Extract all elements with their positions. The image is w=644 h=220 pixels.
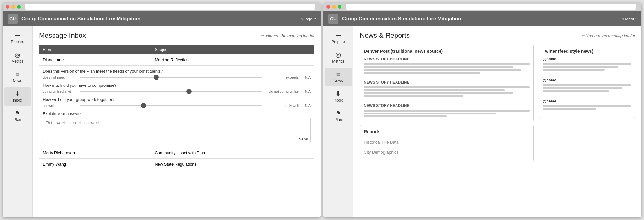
minimize-button[interactable] xyxy=(11,5,15,9)
sidebar-label-inbox-2: Inbox xyxy=(334,98,343,102)
slider-na-3: N/A xyxy=(301,104,311,107)
twitter-panel: Twitter (feed style news) @name xyxy=(539,45,635,161)
slider-group-3: How well did your group work together? n… xyxy=(43,97,311,107)
app-logo-1: CU xyxy=(8,14,18,24)
slider-question-1: Does this version of the Plan meet the n… xyxy=(43,69,311,74)
app-title-1: Group Communication Simulation: Fire Mit… xyxy=(21,16,297,22)
report-link-1[interactable]: Historical Fire Data xyxy=(364,137,530,147)
pencil-icon: ✏ xyxy=(261,33,264,38)
sidebar-item-prepare-1[interactable]: ☰ Prepare xyxy=(4,29,31,47)
sidebar-label-news-1: News xyxy=(13,79,22,83)
slider-track-1[interactable] xyxy=(80,77,262,78)
inbox-table: From Subject Diana Lane Meeting Reflecti… xyxy=(39,45,314,170)
sender-1: Diana Lane xyxy=(39,54,151,66)
news-line xyxy=(543,105,631,107)
logout-button-1[interactable]: ⎋ logout xyxy=(301,17,316,21)
pencil-icon-2: ✏ xyxy=(581,33,585,38)
tweet-2: @name xyxy=(543,78,631,95)
url-bar-2[interactable] xyxy=(346,4,636,10)
sidebar-item-plan-2[interactable]: ⚑ Plan xyxy=(325,107,352,125)
slider-row-3: not well really well N/A xyxy=(43,104,311,107)
sidebar-item-plan-1[interactable]: ⚑ Plan xyxy=(4,107,31,125)
news-line xyxy=(364,92,513,94)
news-lines-3 xyxy=(364,110,530,117)
explain-textarea[interactable] xyxy=(43,118,311,143)
app-body-2: ☰ Prepare ◎ Metrics ≡ News ⬇ Inbox ⚑ Pla… xyxy=(323,26,641,217)
news-header: News & Reports ✏ You are the meeting lea… xyxy=(360,31,635,40)
sidebar-item-prepare-2[interactable]: ☰ Prepare xyxy=(325,29,352,47)
inbox-header: Message Inbox ✏ You are the meeting lead… xyxy=(39,31,314,40)
logout-button-2[interactable]: ⎋ logout xyxy=(622,17,636,21)
close-button[interactable] xyxy=(6,5,9,9)
slider-track-3[interactable] xyxy=(80,105,262,106)
news-line xyxy=(364,89,505,91)
news-line xyxy=(543,90,609,92)
maximize-button-2[interactable] xyxy=(338,5,341,9)
slider-question-3: How well did your group work together? xyxy=(43,97,311,102)
slider-track-2[interactable] xyxy=(80,91,262,92)
tweet-lines-2 xyxy=(543,84,631,92)
tweet-3: @name xyxy=(543,99,631,110)
inbox-table-header: From Subject xyxy=(39,45,314,54)
sidebar-label-prepare-1: Prepare xyxy=(11,40,24,44)
slider-row-2: compromised a lot did not compromise N/A xyxy=(43,90,311,93)
sidebar-item-metrics-1[interactable]: ◎ Metrics xyxy=(4,48,31,67)
news-line xyxy=(543,108,596,110)
sidebar-item-news-2[interactable]: ≡ News xyxy=(325,68,352,86)
sidebar-label-inbox-1: Inbox xyxy=(13,98,22,102)
close-button-2[interactable] xyxy=(326,5,330,9)
table-row[interactable]: Emmy Wang New State Regulations xyxy=(39,159,314,170)
app-logo-2: CU xyxy=(328,14,338,24)
slider-group-1: Does this version of the Plan meet the n… xyxy=(43,69,311,79)
news-line xyxy=(364,69,521,71)
slider-thumb-1[interactable] xyxy=(154,75,159,80)
sidebar-item-inbox-2[interactable]: ⬇ Inbox xyxy=(325,87,352,106)
app-header-1: CU Group Communication Simulation: Fire … xyxy=(3,11,321,26)
sidebar-item-metrics-2[interactable]: ◎ Metrics xyxy=(325,48,352,67)
explain-label: Explain your answers: xyxy=(43,111,311,116)
tweet-lines-3 xyxy=(543,105,631,110)
inbox-main: Message Inbox ✏ You are the meeting lead… xyxy=(33,26,321,217)
news-line xyxy=(543,87,622,89)
news-line xyxy=(364,113,496,114)
sidebar-label-plan-1: Plan xyxy=(14,118,21,122)
twitter-section: Twitter (feed style news) @name xyxy=(539,45,635,118)
denver-post-section: Denver Post (traditional news source) NE… xyxy=(360,45,534,121)
news-line xyxy=(543,66,618,68)
explain-wrapper: Send xyxy=(43,118,311,144)
slider-na-2: N/A xyxy=(301,90,311,93)
meeting-leader-badge-2: ✏ You are the meeting leader xyxy=(581,33,635,38)
send-button[interactable]: Send xyxy=(299,137,308,141)
metrics-icon: ◎ xyxy=(15,52,20,58)
news-icon: ≡ xyxy=(16,71,19,77)
slider-left-1: does not meet xyxy=(43,75,77,79)
app-header-2: CU Group Communication Simulation: Fire … xyxy=(323,11,641,26)
slider-right-1: exceeds xyxy=(264,75,299,79)
sidebar-item-inbox-1[interactable]: ⬇ Inbox xyxy=(4,87,31,106)
slider-right-3: really well xyxy=(264,104,299,107)
sidebar-item-news-1[interactable]: ≡ News xyxy=(4,68,31,86)
sidebar-label-plan-2: Plan xyxy=(334,118,342,122)
table-row[interactable]: Diana Lane Meeting Reflection xyxy=(39,54,314,66)
report-link-2[interactable]: City Demographics xyxy=(364,147,530,157)
maximize-button[interactable] xyxy=(17,5,21,9)
title-bar-2 xyxy=(323,3,641,11)
news-line xyxy=(364,110,530,112)
slider-left-2: compromised a lot xyxy=(43,90,77,93)
tweet-handle-3: @name xyxy=(543,99,631,103)
prepare-icon-2: ☰ xyxy=(336,32,341,38)
inbox-icon-2: ⬇ xyxy=(336,91,341,97)
subject-2: Community Upset with Plan xyxy=(151,147,314,159)
slider-right-2: did not compromise xyxy=(264,90,299,93)
news-line xyxy=(364,66,513,68)
news-line xyxy=(364,95,463,97)
table-row[interactable]: Morty Richardson Community Upset with Pl… xyxy=(39,147,314,159)
inbox-title: Message Inbox xyxy=(39,31,86,40)
slider-thumb-3[interactable] xyxy=(141,103,146,108)
slider-thumb-2[interactable] xyxy=(186,89,192,94)
sidebar-label-prepare-2: Prepare xyxy=(331,40,345,44)
url-bar[interactable] xyxy=(25,4,315,10)
subject-1: Meeting Reflection xyxy=(151,54,314,66)
news-main: News & Reports ✏ You are the meeting lea… xyxy=(353,26,641,217)
minimize-button-2[interactable] xyxy=(332,5,336,9)
